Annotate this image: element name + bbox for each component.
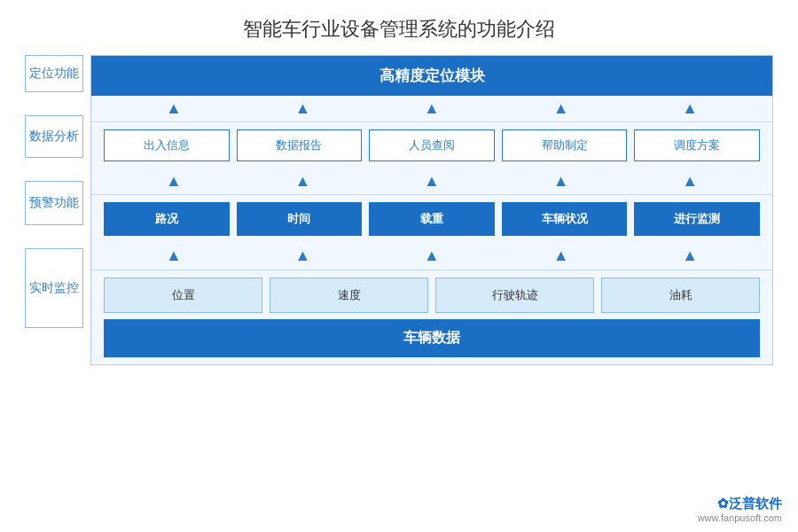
sidebar: 定位功能 数据分析 预警功能 实时监控: [25, 55, 83, 365]
arrow-1: ▲: [158, 98, 190, 120]
arrow-7: ▲: [286, 170, 318, 192]
arrow-11: ▲: [158, 245, 190, 267]
page-title: 智能车行业设备管理系统的功能介绍: [0, 0, 798, 55]
arrows-row-1: ▲ ▲ ▲ ▲ ▲: [91, 96, 772, 121]
realtime-box-2: 速度: [270, 278, 428, 313]
arrow-15: ▲: [674, 245, 706, 267]
realtime-box-4: 油耗: [601, 278, 760, 313]
main-layout: 定位功能 数据分析 预警功能 实时监控 高精度定位模块 ▲ ▲ ▲ ▲ ▲ 出入…: [25, 55, 773, 365]
arrow-3: ▲: [416, 98, 448, 120]
sidebar-label-warning: 预警功能: [25, 181, 83, 225]
realtime-box-3: 行驶轨迹: [435, 278, 594, 313]
watermark-logo: ✿泛普软件: [698, 496, 782, 512]
arrow-12: ▲: [286, 245, 318, 267]
arrow-2: ▲: [286, 98, 318, 120]
arrow-13: ▲: [416, 245, 448, 267]
data-box-4: 帮助制定: [502, 129, 628, 161]
arrow-8: ▲: [416, 170, 448, 192]
data-box-1: 出入信息: [104, 129, 230, 161]
sidebar-label-location: 定位功能: [25, 55, 83, 92]
realtime-row: 位置 速度 行驶轨迹 油耗 车辆数据: [91, 270, 772, 364]
warning-box-3: 载重: [369, 202, 495, 236]
data-analysis-row: 出入信息 数据报告 人员查阅 帮助制定 调度方案: [91, 122, 772, 168]
arrow-5: ▲: [674, 98, 706, 120]
arrow-6: ▲: [158, 170, 190, 192]
realtime-box-1: 位置: [104, 278, 262, 313]
arrow-4: ▲: [545, 98, 577, 120]
watermark: ✿泛普软件 www.fanpusoft.com: [698, 496, 782, 523]
sidebar-label-realtime: 实时监控: [25, 248, 83, 328]
realtime-items: 位置 速度 行驶轨迹 油耗: [104, 278, 760, 313]
warning-box-5: 进行监测: [634, 202, 760, 236]
warning-box-4: 车辆状况: [502, 202, 628, 236]
watermark-url: www.fanpusoft.com: [698, 512, 782, 523]
data-box-2: 数据报告: [237, 129, 363, 161]
arrows-row-2: ▲ ▲ ▲ ▲ ▲: [91, 168, 772, 194]
arrow-10: ▲: [674, 170, 706, 192]
warning-box-2: 时间: [237, 202, 363, 236]
vehicle-data-box: 车辆数据: [104, 319, 760, 357]
arrow-9: ▲: [545, 170, 577, 192]
sidebar-label-data: 数据分析: [25, 115, 83, 158]
warning-box-1: 路况: [104, 202, 230, 236]
location-row: 高精度定位模块: [91, 56, 772, 96]
data-box-5: 调度方案: [634, 129, 760, 161]
arrows-row-3: ▲ ▲ ▲ ▲ ▲: [91, 243, 772, 269]
data-box-3: 人员查阅: [369, 129, 495, 161]
warning-row: 路况 时间 载重 车辆状况 进行监测: [91, 195, 772, 243]
arrow-14: ▲: [545, 245, 577, 267]
diagram-area: 高精度定位模块 ▲ ▲ ▲ ▲ ▲ 出入信息 数据报告 人员查阅 帮助制定 调度…: [90, 55, 773, 365]
